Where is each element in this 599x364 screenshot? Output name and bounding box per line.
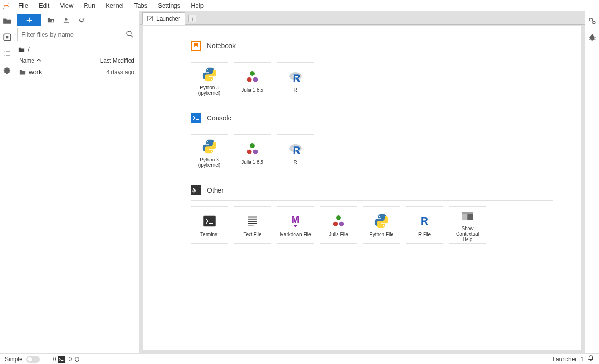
file-name: work [29, 68, 42, 75]
tabbar: Launcher + [140, 11, 585, 25]
refresh-icon[interactable] [76, 14, 87, 26]
section-title: Other [207, 186, 224, 194]
card-notebook-julia[interactable]: Julia 1.8.5 [234, 62, 271, 99]
chevron-up-icon [36, 57, 41, 64]
extensions-puzzle-icon[interactable] [2, 65, 12, 75]
count-value: 0 [68, 356, 72, 363]
card-contextual-help[interactable]: Show Contextual Help [449, 206, 486, 244]
card-console-r[interactable]: R [277, 134, 314, 171]
statusbar: Simple 0 0 Launcher 1 [0, 353, 599, 364]
simple-mode-label: Simple [5, 356, 22, 363]
kernel-circle-icon [74, 356, 80, 363]
main-area: Launcher + Notebook Python 3 (ipykernel [140, 11, 585, 353]
column-modified[interactable]: Last Modified [100, 57, 134, 64]
menu-kernel[interactable]: Kernel [101, 1, 129, 10]
left-activity-bar [0, 11, 14, 353]
folder-icon [18, 46, 25, 53]
card-rfile[interactable]: R File [406, 206, 443, 244]
launcher-panel: Notebook Python 3 (ipykernel) Julia 1.8.… [142, 26, 582, 351]
bell-icon[interactable] [588, 355, 594, 363]
card-pythonfile[interactable]: Python File [363, 206, 400, 244]
card-label: R [294, 160, 297, 165]
julia-icon [244, 68, 261, 86]
other-section-icon [191, 185, 201, 195]
breadcrumb[interactable]: / [14, 44, 139, 55]
column-name[interactable]: Name [19, 57, 41, 64]
simple-mode-toggle[interactable] [26, 356, 40, 363]
notification-count[interactable]: 1 [580, 356, 584, 363]
terminals-count[interactable]: 0 [68, 356, 80, 363]
tab-launcher[interactable]: Launcher [142, 12, 185, 25]
card-label: Markdown File [280, 232, 311, 237]
section-title: Notebook [207, 42, 236, 50]
menu-tabs[interactable]: Tabs [130, 1, 152, 10]
markdown-icon [287, 213, 304, 230]
new-folder-icon[interactable] [45, 14, 56, 26]
card-label: R File [418, 232, 431, 237]
menu-edit[interactable]: Edit [34, 1, 54, 10]
console-section-icon [191, 113, 201, 123]
card-juliafile[interactable]: Julia File [320, 206, 357, 244]
card-label: Julia 1.8.5 [241, 87, 263, 93]
card-console-python[interactable]: Python 3 (ipykernel) [191, 134, 228, 171]
card-notebook-python[interactable]: Python 3 (ipykernel) [191, 62, 228, 99]
terminal-chip-icon [58, 356, 65, 363]
menu-settings[interactable]: Settings [153, 1, 185, 10]
card-label: Python File [370, 232, 393, 237]
python-icon [373, 213, 390, 230]
card-notebook-r[interactable]: R [277, 62, 314, 99]
file-modified: 4 days ago [106, 69, 134, 75]
menu-view[interactable]: View [55, 1, 78, 10]
debugger-bug-icon[interactable] [588, 32, 597, 42]
new-launcher-button[interactable] [17, 14, 41, 26]
card-textfile[interactable]: Text File [234, 206, 271, 244]
running-icon[interactable] [2, 32, 12, 42]
menu-run[interactable]: Run [79, 1, 100, 10]
jupyter-logo-icon [2, 1, 11, 10]
breadcrumb-path: / [28, 46, 30, 53]
card-label: Julia 1.8.5 [241, 160, 263, 165]
kernels-count[interactable]: 0 [53, 356, 65, 363]
terminal-icon [201, 213, 218, 230]
file-browser: / Name Last Modified work 4 days ago [14, 11, 140, 353]
tab-label: Launcher [156, 15, 180, 22]
card-label: Show Contextual Help [451, 226, 484, 243]
card-label: Text File [243, 232, 261, 237]
julia-icon [330, 213, 347, 230]
count-value: 0 [53, 356, 56, 363]
menu-help[interactable]: Help [186, 1, 208, 10]
julia-icon [244, 140, 261, 158]
card-label: Julia File [329, 232, 348, 237]
property-inspector-gears-icon[interactable] [588, 16, 597, 26]
card-label: Terminal [200, 232, 218, 237]
folder-icon[interactable] [2, 16, 12, 26]
menubar: File Edit View Run Kernel Tabs Settings … [0, 0, 599, 11]
section-title: Console [207, 114, 231, 122]
r-icon [287, 68, 304, 86]
upload-icon[interactable] [60, 14, 72, 26]
search-icon [126, 30, 133, 39]
search-input[interactable] [17, 28, 136, 41]
python-icon [201, 66, 218, 83]
card-label: R [294, 87, 297, 93]
python-icon [201, 138, 218, 155]
textfile-icon [244, 213, 261, 230]
r-icon [287, 140, 304, 158]
add-tab-button[interactable]: + [188, 15, 196, 22]
notebook-section-icon [191, 41, 201, 51]
card-label: Python 3 (ipykernel) [193, 157, 226, 168]
card-markdown[interactable]: Markdown File [277, 206, 314, 244]
file-list: work 4 days ago [14, 66, 139, 353]
card-console-julia[interactable]: Julia 1.8.5 [234, 134, 271, 171]
launch-icon [147, 15, 153, 22]
toc-list-icon[interactable] [2, 49, 12, 58]
file-list-header: Name Last Modified [14, 55, 139, 66]
column-name-label: Name [19, 57, 34, 64]
list-item[interactable]: work 4 days ago [14, 66, 139, 77]
folder-icon [19, 69, 26, 75]
menu-file[interactable]: File [13, 1, 33, 10]
help-panel-icon [459, 208, 476, 224]
right-activity-bar [585, 11, 599, 353]
card-label: Python 3 (ipykernel) [193, 85, 226, 96]
card-terminal[interactable]: Terminal [191, 206, 228, 244]
